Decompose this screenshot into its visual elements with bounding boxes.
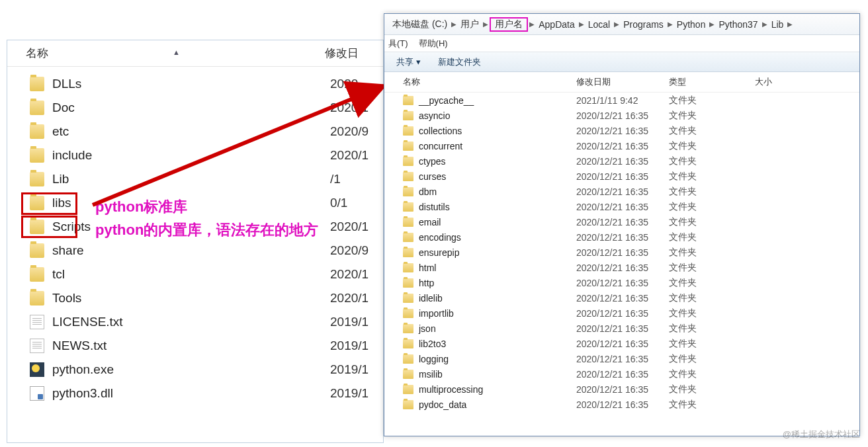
list-item[interactable]: python.exe2019/1 [7,358,383,382]
list-item[interactable]: NEWS.txt2019/1 [7,334,383,358]
folder-icon [403,111,413,120]
breadcrumb-item[interactable]: Local [586,19,613,30]
list-item[interactable]: multiprocessing2020/12/21 16:35文件夹 [384,382,859,397]
item-name: lib2to3 [419,339,576,349]
col-name[interactable]: 名称 [384,76,576,88]
item-date: 2021/1/11 9:42 [576,95,669,106]
item-type: 文件夹 [669,125,755,137]
menu-tools[interactable]: 具(T) [388,38,408,50]
list-item[interactable]: Doc2020/1 [7,96,383,120]
list-item[interactable]: ensurepip2020/12/21 16:35文件夹 [384,245,859,260]
list-item[interactable]: etc2020/9 [7,120,383,143]
item-name: msilib [419,369,576,380]
list-item[interactable]: share2020/9 [7,239,383,263]
list-item[interactable]: Tools2020/1 [7,286,383,310]
chevron-right-icon: ▶ [450,20,458,28]
list-item[interactable]: pydoc_data2020/12/21 16:35文件夹 [384,397,859,412]
item-name: email [419,217,576,227]
item-date: 2020/1 [330,101,369,115]
col-size[interactable]: 大小 [755,76,772,88]
item-type: 文件夹 [669,323,755,335]
item-type: 文件夹 [669,399,755,411]
list-item[interactable]: python3.dll2019/1 [7,382,383,405]
list-item[interactable]: concurrent2020/12/21 16:35文件夹 [384,138,859,153]
header-name-label: 名称 [26,47,48,60]
list-item[interactable]: http2020/12/21 16:35文件夹 [384,275,859,290]
item-name: html [419,263,576,273]
list-item[interactable]: Lib/1 [7,167,383,191]
toolbar-share[interactable]: 共享 ▾ [396,56,421,68]
list-item[interactable]: asyncio2020/12/21 16:35文件夹 [384,108,859,123]
list-item[interactable]: dbm2020/12/21 16:35文件夹 [384,184,859,199]
list-item[interactable]: msilib2020/12/21 16:35文件夹 [384,366,859,382]
folder-icon [30,77,44,91]
item-date: 2020/12/21 16:35 [576,323,669,334]
item-name: include [52,148,330,163]
folder-icon [403,248,413,257]
item-date: 2020/1 [330,220,369,234]
breadcrumb[interactable]: 本地磁盘 (C:)▶用户▶用户名▶AppData▶Local▶Programs▶… [384,14,859,35]
item-name: libs [52,196,330,210]
breadcrumb-item[interactable]: 用户名 [490,17,528,32]
menu-help[interactable]: 帮助(H) [419,38,448,50]
item-date: 2020/12/21 16:35 [576,110,669,121]
list-item[interactable]: distutils2020/12/21 16:35文件夹 [384,199,859,214]
folder-icon [403,126,413,136]
item-date: 2020/12/21 16:35 [576,247,669,258]
list-item[interactable]: include2020/1 [7,143,383,167]
folder-icon [403,400,413,409]
txt-icon [30,339,44,353]
column-header-name[interactable]: 名称 ▲ [7,46,325,61]
watermark: @稀土掘金技术社区 [783,428,860,440]
item-type: 文件夹 [669,231,755,243]
breadcrumb-item[interactable]: Python [674,19,709,30]
list-item[interactable]: html2020/12/21 16:35文件夹 [384,260,859,275]
item-name: idlelib [419,293,576,304]
column-header-date[interactable]: 修改日 [325,46,359,61]
left-explorer-pane: 名称 ▲ 修改日 DLLs2020Doc2020/1etc2020/9inclu… [7,40,384,443]
chevron-right-icon: ▶ [666,20,674,28]
list-item[interactable]: DLLs2020 [7,72,383,96]
list-item[interactable]: tcl2020/1 [7,263,383,286]
right-explorer-window: 本地磁盘 (C:)▶用户▶用户名▶AppData▶Local▶Programs▶… [384,13,860,436]
list-item[interactable]: curses2020/12/21 16:35文件夹 [384,169,859,184]
item-name: python.exe [52,362,330,377]
item-name: Doc [52,101,330,115]
breadcrumb-item[interactable]: AppData [536,19,577,30]
list-item[interactable]: lib2to32020/12/21 16:35文件夹 [384,336,859,351]
list-item[interactable]: LICENSE.txt2019/1 [7,310,383,334]
list-item[interactable]: ctypes2020/12/21 16:35文件夹 [384,153,859,169]
item-date: /1 [330,172,341,186]
item-type: 文件夹 [669,140,755,152]
item-name: pydoc_data [419,399,576,410]
item-date: 2020/12/21 16:35 [576,384,669,395]
list-item[interactable]: importlib2020/12/21 16:35文件夹 [384,305,859,321]
folder-icon [403,233,413,242]
item-date: 2020/12/21 16:35 [576,293,669,304]
item-type: 文件夹 [669,110,755,122]
toolbar-new-folder[interactable]: 新建文件夹 [438,56,481,68]
list-item[interactable]: email2020/12/21 16:35文件夹 [384,214,859,229]
item-type: 文件夹 [669,186,755,198]
breadcrumb-item[interactable]: 用户 [458,19,482,30]
col-type[interactable]: 类型 [669,76,755,88]
folder-icon [403,354,413,364]
list-item[interactable]: idlelib2020/12/21 16:35文件夹 [384,290,859,305]
item-date: 2020/12/21 16:35 [576,232,669,243]
col-date[interactable]: 修改日期 [576,76,669,88]
breadcrumb-item[interactable]: Programs [621,19,666,30]
list-item[interactable]: logging2020/12/21 16:35文件夹 [384,351,859,366]
folder-icon [403,339,413,348]
list-item[interactable]: encodings2020/12/21 16:35文件夹 [384,229,859,245]
list-item[interactable]: collections2020/12/21 16:35文件夹 [384,123,859,138]
item-name: dbm [419,186,576,197]
breadcrumb-item[interactable]: Lib [769,19,787,30]
chevron-right-icon: ▶ [482,20,490,28]
breadcrumb-item[interactable]: 本地磁盘 (C:) [390,19,450,30]
menu-bar[interactable]: 具(T) 帮助(H) [384,35,859,52]
list-item[interactable]: json2020/12/21 16:35文件夹 [384,321,859,336]
breadcrumb-item[interactable]: Python37 [716,19,760,30]
item-type: 文件夹 [669,277,755,289]
chevron-right-icon: ▶ [528,20,536,28]
list-item[interactable]: __pycache__2021/1/11 9:42文件夹 [384,93,859,108]
